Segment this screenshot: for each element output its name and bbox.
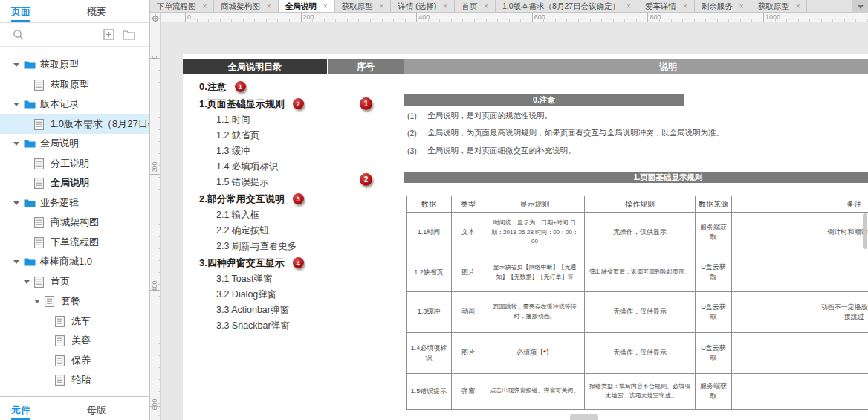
table-cell: 弹出缺省页后，返回可回到唤起页面。: [585, 253, 696, 292]
tree-item-page[interactable]: 洗车: [0, 311, 149, 332]
tree-item-folder[interactable]: 获取原型: [0, 55, 149, 75]
tree-item-page[interactable]: 保养: [0, 351, 149, 371]
tree-item-label: 版本记录: [40, 97, 79, 111]
toc-entry[interactable]: 1.1 时间: [199, 112, 392, 128]
expand-arrow-icon[interactable]: [13, 142, 19, 146]
spec-table[interactable]: 数据类型显示规则操作规则数据来源备注 1.1时间文本时间统一显示为：日期+时间 …: [406, 196, 868, 410]
tree-item-page[interactable]: 全局说明: [0, 173, 149, 193]
document-tab[interactable]: 剩余服务×: [695, 0, 751, 13]
tree-item-folder[interactable]: 业务逻辑: [0, 193, 149, 213]
v-scrollbar-thumb[interactable]: [863, 213, 867, 249]
tree-item-page[interactable]: 商城架构图: [0, 213, 149, 233]
document-tab[interactable]: 爱车详情×: [638, 0, 695, 13]
expand-arrow-icon[interactable]: [13, 201, 19, 205]
expand-arrow-icon[interactable]: [34, 300, 40, 303]
index-header-bar[interactable]: 序号: [328, 59, 404, 74]
design-canvas[interactable]: 全局说明目录 序号 说明 0.注意11.页面基础显示规则21.1 时间1.2 缺…: [161, 22, 868, 420]
tab-widgets[interactable]: 元件: [11, 404, 30, 417]
toc-entry[interactable]: 1.2 缺省页: [199, 128, 392, 143]
table-row: 1.4必填项标识图片必填项【*】无操作，仅供显示U盘云获取: [407, 333, 868, 374]
page-icon: [34, 277, 44, 290]
close-icon[interactable]: ×: [323, 2, 328, 10]
tree-item-page[interactable]: 1.0版本需求（8月27日会议确定）: [0, 114, 149, 135]
toc-header-bar[interactable]: 全局说明目录: [183, 59, 327, 74]
new-folder-icon[interactable]: [123, 29, 135, 40]
close-icon[interactable]: ×: [484, 2, 488, 10]
note-item[interactable]: (3)全局说明，是对页面细微交互的补充说明。: [407, 142, 853, 160]
tree-item-label: 全局说明: [51, 176, 89, 190]
tree-item-label: 商城架构图: [51, 216, 99, 229]
toc-entry[interactable]: 0.注意1: [199, 78, 392, 95]
editor-main: 下单流程图×商城架构图×全局说明×获取原型×详情 (选择)×首页×1.0版本需求…: [150, 0, 868, 420]
note-item[interactable]: (2)全局说明，为页面最高说明规则，如果页面有交互与全局说明冲突，以全局说明为准…: [407, 125, 853, 143]
note-badge[interactable]: 4: [293, 257, 304, 268]
tree-item-page[interactable]: 套餐: [0, 291, 149, 311]
page-icon: [55, 316, 65, 329]
document-tab[interactable]: 详情 (选择)×: [391, 0, 455, 13]
tree-item-folder[interactable]: 棒棒商城1.0: [0, 252, 149, 272]
tree-item-page[interactable]: 美容: [0, 331, 149, 351]
document-tab[interactable]: 商城架构图×: [214, 0, 278, 13]
expand-arrow-icon[interactable]: [13, 63, 19, 67]
toc-entry-label: 1.页面基础显示规则: [199, 97, 285, 111]
document-tab[interactable]: 获取原型×: [751, 0, 808, 13]
tab-pages[interactable]: 页面: [11, 5, 30, 19]
note-badge[interactable]: 1: [235, 81, 246, 92]
toc-entry[interactable]: 2.3 刷新与查看更多: [199, 239, 392, 254]
toc-entry[interactable]: 3.3 Snackbar弹窗: [199, 318, 392, 334]
close-icon[interactable]: ×: [203, 2, 207, 10]
tree-item-page[interactable]: 下单流程图: [0, 233, 149, 253]
note-item[interactable]: (1)全局说明，是对页面的规范性说明。: [407, 107, 853, 125]
document-tab[interactable]: 首页×: [455, 0, 496, 13]
table-cell: 1.3缓冲: [407, 292, 452, 333]
tab-outline[interactable]: 概要: [87, 5, 106, 19]
close-icon[interactable]: ×: [683, 2, 687, 10]
tab-masters[interactable]: 母版: [87, 404, 106, 417]
tree-item-page[interactable]: 首页: [0, 272, 149, 292]
toc-entry[interactable]: 1.4 必填项标识: [199, 159, 392, 175]
toc-entry[interactable]: 3.1 Toast弹窗: [199, 271, 392, 287]
toc-entry[interactable]: 1.3 缓冲: [199, 143, 392, 159]
expand-arrow-icon[interactable]: [24, 280, 30, 284]
toc-entry[interactable]: 2.部分常用交互说明3: [199, 190, 392, 207]
close-icon[interactable]: ×: [380, 2, 384, 10]
page-icon: [55, 335, 65, 349]
document-tab[interactable]: 获取原型×: [335, 0, 392, 13]
toc-entry[interactable]: 3.四种弹窗交互显示4: [199, 254, 392, 271]
close-icon[interactable]: ×: [739, 2, 744, 10]
close-icon[interactable]: ×: [626, 2, 631, 10]
table-cell: 倒计时和顺计时，: [732, 213, 868, 253]
close-icon[interactable]: ×: [267, 2, 271, 10]
partial-widget[interactable]: [570, 414, 598, 420]
section-bar-rules[interactable]: 1.页面基础显示规则: [404, 172, 868, 183]
page-icon: [55, 375, 65, 388]
toc-entry[interactable]: 2.1 输入框: [199, 207, 392, 223]
document-tab[interactable]: 1.0版本需求（8月27日会议确定）×: [496, 0, 638, 13]
document-tab[interactable]: 全局说明×: [279, 0, 335, 13]
close-icon[interactable]: ×: [443, 2, 447, 10]
add-page-icon[interactable]: [103, 29, 114, 40]
tree-item-folder[interactable]: 全局说明: [0, 134, 149, 154]
tree-item-page[interactable]: 获取原型: [0, 75, 149, 95]
expand-arrow-icon[interactable]: [13, 103, 19, 106]
index-badge[interactable]: 1: [360, 97, 372, 110]
tree-item-page[interactable]: 轮胎: [0, 370, 149, 390]
toc-entry[interactable]: 3.2 Dialog弹窗: [199, 287, 392, 303]
expand-arrow-icon[interactable]: [13, 260, 19, 264]
toc-entry-label: 3.3 Snackbar弹窗: [216, 320, 290, 332]
note-badge[interactable]: 3: [293, 193, 304, 204]
section-bar-note[interactable]: 0.注意: [404, 94, 684, 106]
tree-item-folder[interactable]: 版本记录: [0, 94, 149, 114]
tree-item-page[interactable]: 分工说明: [0, 154, 149, 174]
note-badge[interactable]: 2: [293, 98, 304, 109]
search-icon[interactable]: [13, 29, 25, 41]
close-icon[interactable]: ×: [796, 2, 800, 10]
desc-header-bar[interactable]: 说明: [404, 59, 868, 74]
document-tab[interactable]: 下单流程图×: [150, 0, 214, 13]
toc-entry[interactable]: 2.2 确定按钮: [199, 223, 392, 239]
toc-entry-label: 1.2 缺省页: [216, 129, 259, 142]
toc-entry[interactable]: 3.3 Actionbar弹窗: [199, 303, 392, 318]
ruler-label: 400: [151, 277, 158, 295]
tab-overflow-button[interactable]: [852, 0, 868, 13]
index-badge[interactable]: 2: [360, 173, 372, 186]
